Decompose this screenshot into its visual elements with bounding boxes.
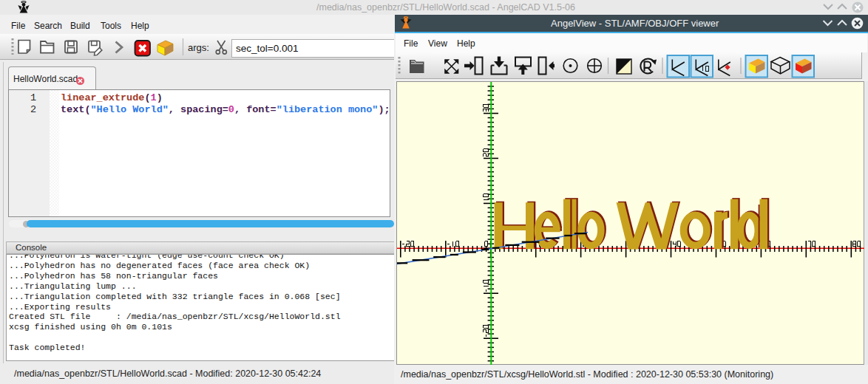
svg-text:args:: args:	[188, 42, 209, 53]
